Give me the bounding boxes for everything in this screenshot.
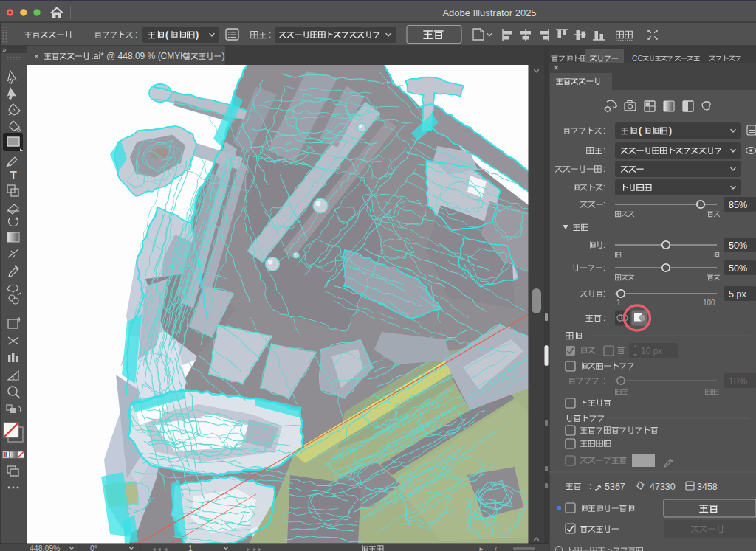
svg-text::: : (603, 199, 605, 209)
svg-text:CC: CC (632, 54, 644, 63)
svg-text:»: » (2, 46, 7, 54)
svg-text::: : (603, 263, 605, 273)
svg-text::: : (589, 481, 591, 491)
svg-text:100: 100 (703, 299, 715, 307)
svg-text::: : (269, 30, 271, 40)
svg-text::: : (135, 30, 137, 40)
svg-text:): ) (196, 30, 199, 40)
svg-text::: : (603, 375, 605, 386)
svg-text:(: ( (639, 125, 642, 136)
svg-text:1: 1 (188, 544, 193, 551)
svg-text:50%: 50% (729, 263, 747, 274)
svg-text::: : (603, 182, 605, 193)
svg-text:10%: 10% (729, 376, 747, 387)
svg-text:.ai* @ 448.09 % (CMYK/: .ai* @ 448.09 % (CMYK/ (91, 51, 189, 61)
svg-text:50%: 50% (729, 240, 747, 251)
svg-text:►: ► (478, 546, 484, 551)
svg-text::: : (603, 125, 605, 136)
svg-text::: : (603, 164, 605, 174)
svg-text:3458: 3458 (697, 482, 718, 492)
svg-text:Adobe Illustrator 2025: Adobe Illustrator 2025 (442, 7, 536, 18)
svg-text:T: T (10, 168, 16, 181)
svg-text:×: × (554, 63, 559, 73)
svg-text:1: 1 (616, 299, 621, 307)
svg-text:5367: 5367 (605, 482, 625, 492)
svg-text:◄◄ ◄: ◄◄ ◄ (151, 547, 168, 551)
svg-text::: : (603, 313, 605, 323)
svg-text:47330: 47330 (650, 482, 676, 492)
svg-text:‹: ‹ (495, 544, 498, 551)
svg-text::: : (603, 288, 605, 299)
svg-text:×: × (34, 52, 39, 60)
svg-text:5 px: 5 px (729, 289, 746, 299)
svg-text:448.09%: 448.09% (30, 544, 60, 551)
svg-text::: : (603, 145, 605, 156)
svg-text:): ) (221, 51, 224, 61)
svg-text:10 px: 10 px (641, 346, 662, 356)
svg-text:► ►►: ► ►► (246, 547, 263, 551)
svg-text:): ) (669, 125, 672, 136)
svg-text:85%: 85% (729, 200, 747, 210)
svg-text:0°: 0° (90, 544, 97, 551)
svg-text::: : (603, 240, 605, 250)
